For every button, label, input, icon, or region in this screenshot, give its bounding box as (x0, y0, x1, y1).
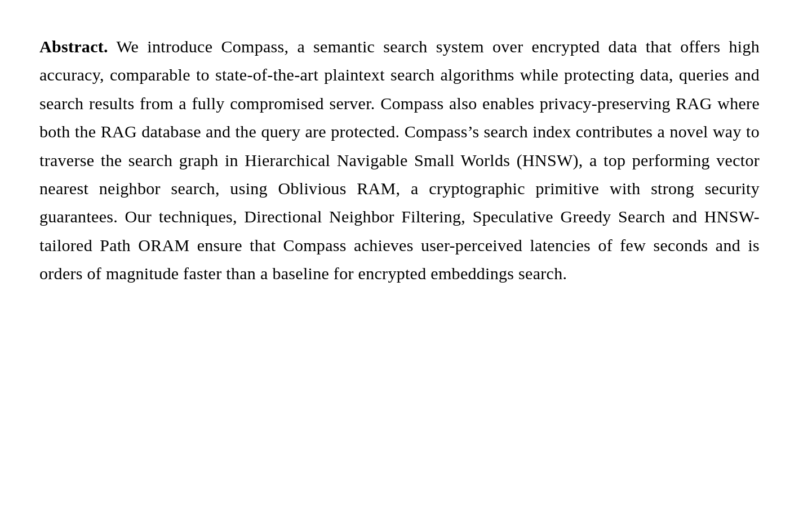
abstract-label: Abstract. (39, 37, 108, 56)
page: Abstract. We introduce Compass, a semant… (0, 0, 799, 532)
abstract-block: Abstract. We introduce Compass, a semant… (39, 33, 760, 288)
abstract-body: We introduce Compass, a semantic search … (39, 37, 760, 283)
abstract-paragraph: Abstract. We introduce Compass, a semant… (39, 33, 760, 288)
